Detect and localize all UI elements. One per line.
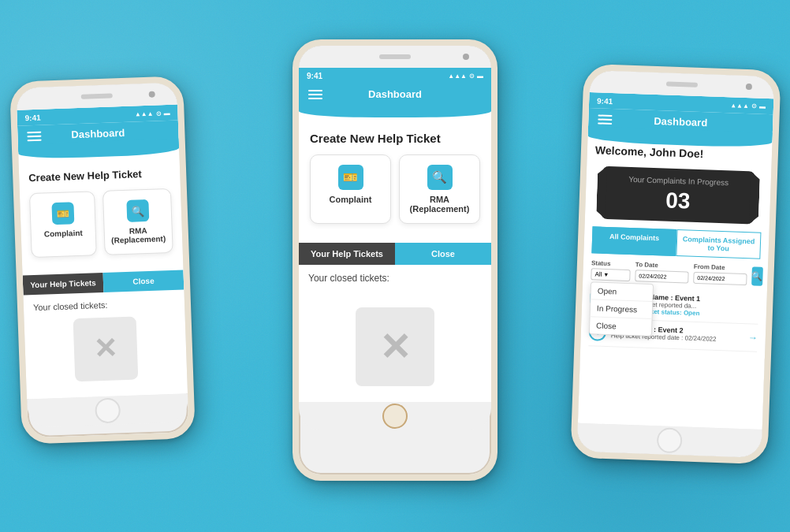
right-content: Welcome, John Doe! Your Complaints In Pr… xyxy=(580,134,773,359)
dropdown-open[interactable]: Open xyxy=(591,282,653,302)
complaints-tabs: All Complaints Complaints Assigned to Yo… xyxy=(591,226,761,259)
hamburger-line-c2 xyxy=(308,94,322,95)
complaint-label-center: Complaint xyxy=(330,195,372,204)
filter-status-value: All xyxy=(594,270,602,277)
rma-label-left: RMA(Replacement) xyxy=(111,225,166,244)
complaint-label-left: Complaint xyxy=(44,229,83,239)
phone-center: 9:41 ▲▲▲ ⊙ ▬ Dashboard Create New Help T… xyxy=(293,39,497,481)
hamburger-icon-right[interactable] xyxy=(598,114,612,125)
battery-icon-center: ▬ xyxy=(477,73,483,80)
tab-assigned-complaints[interactable]: Complaints Assigned to You xyxy=(676,229,761,259)
hamburger-line-r3 xyxy=(598,122,612,125)
closed-label-left: Your closed tickets: xyxy=(33,298,175,312)
tab-all-complaints[interactable]: All Complaints xyxy=(591,226,676,256)
tab-close-center[interactable]: Close xyxy=(395,243,491,265)
screen-center: 9:41 ▲▲▲ ⊙ ▬ Dashboard Create New Help T… xyxy=(299,68,491,402)
phone-right: 9:41 ▲▲▲ ⊙ ▬ Dashboard Welcome, John Doe… xyxy=(570,64,781,464)
hamburger-line-c1 xyxy=(308,90,322,91)
filter-search-button[interactable]: 🔍 xyxy=(751,266,763,285)
filter-to-date-input[interactable]: 02/24/2022 xyxy=(635,270,688,283)
empty-state-left: ✕ xyxy=(73,317,139,382)
phone-bottom-center xyxy=(299,402,491,430)
status-bar-center: 9:41 ▲▲▲ ⊙ ▬ xyxy=(299,68,491,84)
filter-to-date-group: To Date 02/24/2022 xyxy=(635,261,689,283)
app-header-right: Dashboard xyxy=(588,108,773,140)
ticket-buttons-center: 🎫 Complaint 🔍 RMA(Replacement) xyxy=(310,154,480,224)
to-date-value: 02/24/2022 xyxy=(639,273,666,279)
section-title-left: Create New Help Ticket xyxy=(28,167,170,184)
banner-subtitle: Your Complaints In Progress xyxy=(613,174,744,188)
status-time-center: 9:41 xyxy=(307,72,322,80)
hamburger-line-3 xyxy=(28,140,42,142)
complaint-icon-left: 🎫 xyxy=(51,202,74,225)
status-time-left: 9:41 xyxy=(24,113,40,122)
signal-icon-center: ▲▲▲ xyxy=(448,73,467,80)
complaint-btn-left[interactable]: 🎫 Complaint xyxy=(29,191,97,258)
empty-icon-left: ✕ xyxy=(93,332,117,366)
home-btn-left[interactable] xyxy=(95,397,121,423)
rma-icon-left: 🔍 xyxy=(126,199,149,222)
section-title-center: Create New Help Ticket xyxy=(310,132,480,145)
wifi-icon-center: ⊙ xyxy=(469,73,475,80)
filter-from-date-group: From Date 02/24/2022 xyxy=(693,263,747,285)
wifi-icon-right: ⊙ xyxy=(751,102,757,110)
status-icons-left: ▲▲▲ ⊙ ▬ xyxy=(135,109,170,117)
hamburger-line-c3 xyxy=(308,98,322,99)
home-btn-center[interactable] xyxy=(382,404,408,429)
complaint-btn-center[interactable]: 🎫 Complaint xyxy=(310,154,391,224)
hamburger-line-r2 xyxy=(598,118,612,121)
filter-from-date-input[interactable]: 02/24/2022 xyxy=(693,272,747,285)
empty-state-center: ✕ xyxy=(356,307,434,386)
from-date-value: 02/24/2022 xyxy=(697,275,725,281)
app-header-left: Dashboard xyxy=(17,121,179,152)
screen-right: 9:41 ▲▲▲ ⊙ ▬ Dashboard Welcome, John Doe… xyxy=(578,92,774,430)
status-icons-right: ▲▲▲ ⊙ ▬ xyxy=(730,102,766,110)
filter-status-select[interactable]: All ▼ xyxy=(591,268,630,281)
tab-close-left[interactable]: Close xyxy=(103,270,184,292)
phone-bottom-left xyxy=(27,393,188,427)
app-title-right: Dashboard xyxy=(654,115,707,128)
hamburger-icon-left[interactable] xyxy=(27,132,41,142)
closed-area-center: Your closed tickets: ✕ xyxy=(299,265,491,402)
phone-bottom-right xyxy=(577,423,762,458)
filter-status-group: Status All ▼ xyxy=(591,259,631,281)
tab-help-tickets-left[interactable]: Your Help Tickets xyxy=(23,273,104,296)
speaker-left xyxy=(81,93,113,99)
content-center: Create New Help Ticket 🎫 Complaint 🔍 RMA… xyxy=(299,119,491,243)
tab-bar-center: Your Help Tickets Close xyxy=(299,243,491,265)
app-header-center: Dashboard xyxy=(299,84,491,110)
closed-label-center: Your closed tickets: xyxy=(308,273,482,284)
camera-right xyxy=(746,84,752,90)
speaker-right xyxy=(666,81,698,87)
dropdown-in-progress[interactable]: In Progress xyxy=(591,299,653,319)
home-btn-right[interactable] xyxy=(657,427,683,453)
welcome-text: Welcome, John Doe! xyxy=(595,143,764,162)
status-icons-center: ▲▲▲ ⊙ ▬ xyxy=(448,73,483,80)
complaint-icon-center: 🎫 xyxy=(338,165,363,190)
rma-btn-center[interactable]: 🔍 RMA(Replacement) xyxy=(399,154,480,224)
event-arrow-2: → xyxy=(748,332,758,343)
status-time-right: 9:41 xyxy=(597,96,613,106)
screen-left: 9:41 ▲▲▲ ⊙ ▬ Dashboard Create New Help T… xyxy=(17,105,188,400)
dropdown-close[interactable]: Close xyxy=(590,317,652,336)
rma-label-center: RMA(Replacement) xyxy=(410,195,470,214)
tab-help-tickets-center[interactable]: Your Help Tickets xyxy=(299,243,395,265)
phone-top-bar-center xyxy=(299,46,491,68)
app-title-center: Dashboard xyxy=(368,88,422,100)
rma-btn-left[interactable]: 🔍 RMA(Replacement) xyxy=(102,188,173,255)
hamburger-line-1 xyxy=(27,132,41,134)
hamburger-line-r1 xyxy=(598,114,612,117)
filter-from-date-label: From Date xyxy=(694,263,747,272)
hamburger-line-2 xyxy=(27,136,41,138)
signal-icon-right: ▲▲▲ xyxy=(730,102,749,110)
battery-icon-right: ▬ xyxy=(759,102,766,110)
rma-icon-center: 🔍 xyxy=(427,165,453,190)
camera-center xyxy=(463,54,469,60)
content-left: Create New Help Ticket 🎫 Complaint 🔍 RMA… xyxy=(19,156,184,276)
status-dropdown: Open In Progress Close xyxy=(589,281,654,337)
signal-icon-left: ▲▲▲ xyxy=(135,110,154,117)
filter-row: Status All ▼ To Date 02/24/2022 From Dat… xyxy=(591,259,760,285)
banner-number: 03 xyxy=(612,186,743,216)
ticket-buttons-left: 🎫 Complaint 🔍 RMA(Replacement) xyxy=(29,188,173,258)
hamburger-icon-center[interactable] xyxy=(308,90,322,99)
